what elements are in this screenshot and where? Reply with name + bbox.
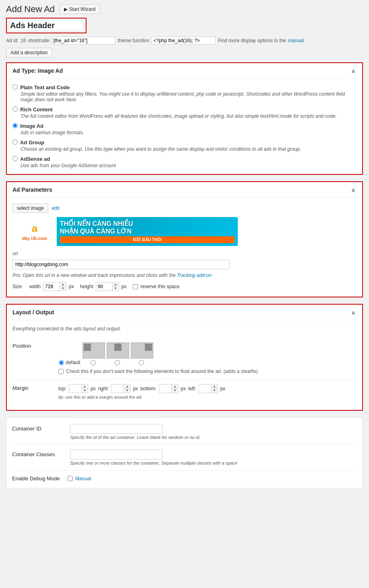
radio-image-ad-desc: Ads in various image formats. [21, 130, 357, 135]
ad-title-input[interactable] [10, 21, 82, 30]
edit-image-link[interactable]: edit [52, 205, 59, 211]
banner-logo-area: a đây rồi.com [12, 217, 57, 246]
reserve-space-checkbox[interactable] [133, 284, 138, 289]
shortcode-input[interactable] [51, 37, 115, 45]
container-classes-input[interactable] [70, 450, 163, 459]
theme-function-input[interactable] [151, 37, 216, 45]
start-wizard-button[interactable]: ▶ Start Wizard [60, 4, 100, 14]
margin-right-decrement[interactable]: ▼ [124, 389, 130, 393]
debug-mode-content: Manual [68, 476, 91, 481]
pro-note-text: Pro: Open this url in a new window and t… [12, 272, 176, 278]
margin-top-input[interactable] [69, 385, 81, 392]
container-id-input[interactable] [70, 424, 163, 434]
radio-image-ad: Image Ad Ads in various image formats. [12, 123, 357, 135]
banner-content: THỔI NẾN CÀNG NHIỀU NHẬN QUÀ CÀNG LỚN BẮ… [57, 218, 238, 245]
width-label: width [29, 284, 41, 289]
banner-logo: a đây rồi.com [22, 222, 47, 241]
margin-bottom-increment[interactable]: ▲ [171, 385, 178, 389]
width-increment-button[interactable]: ▲ [60, 283, 66, 287]
layout-description: Everything connected to the ads layout a… [12, 326, 357, 332]
margin-right-label: right: [98, 386, 109, 391]
margin-left-decrement[interactable]: ▼ [211, 389, 217, 393]
url-input-row [12, 260, 357, 269]
extra-settings-body: Container ID Specify the id of the ad co… [6, 418, 363, 488]
margin-top-decrement[interactable]: ▼ [81, 389, 88, 393]
size-row: Size width ▲ ▼ px height ▲ [12, 282, 357, 291]
pos-center-indicator [114, 344, 122, 351]
width-spinner: ▲ ▼ [43, 282, 66, 291]
width-decrement-button[interactable]: ▼ [60, 287, 66, 291]
margin-left-increment[interactable]: ▲ [211, 385, 217, 389]
pos-left-indicator [84, 344, 91, 351]
height-label: height [80, 284, 93, 289]
margin-row: Margin top: ▲ ▼ px right: [12, 379, 357, 404]
radio-rich-content: Rich Content The full content editor fro… [12, 107, 357, 119]
height-decrement-button[interactable]: ▼ [112, 287, 119, 291]
radio-rich-content-desc: The full content editor from WordPress w… [21, 113, 357, 119]
margin-right-input[interactable] [111, 385, 124, 392]
manual-link[interactable]: manual [288, 38, 304, 43]
debug-mode-checkbox[interactable] [68, 476, 73, 481]
height-spinner-buttons: ▲ ▼ [112, 283, 119, 291]
pos-center-thumb [107, 342, 129, 359]
radio-rich-content-input[interactable] [12, 107, 18, 112]
radio-ad-group-desc: Choose an existing ad group. Use this ty… [21, 146, 357, 152]
margin-top-px: px [91, 386, 96, 391]
ad-params-body: select image edit a đây rồi.com THỔI NẾN… [7, 198, 362, 297]
width-px-label: px [69, 284, 74, 289]
radio-adsense-input[interactable] [12, 156, 18, 161]
container-id-desc: Specify the id of the ad container. Leav… [70, 435, 357, 440]
radio-adsense: AdSense ad Use ads from your Google AdSe… [12, 156, 357, 168]
tracking-addon-link[interactable]: Tracking add-on [177, 272, 212, 278]
debug-manual-link[interactable]: Manual [75, 476, 91, 481]
margin-bottom-input[interactable] [159, 385, 171, 392]
pos-left-radio-row [91, 360, 97, 365]
select-image-button[interactable]: select image [12, 203, 48, 213]
margin-top-increment[interactable]: ▲ [81, 385, 88, 389]
url-input[interactable] [12, 260, 230, 269]
banner-line2: NHẬN QUÀ CÀNG LỚN [60, 227, 235, 235]
layout-collapse-arrow[interactable]: ▲ [350, 309, 357, 316]
ad-type-collapse-arrow[interactable]: ▲ [350, 67, 357, 74]
width-spinner-buttons: ▲ ▼ [60, 283, 66, 291]
height-input[interactable] [96, 283, 112, 290]
position-row: Position default [12, 337, 357, 379]
radio-image-ad-label: Image Ad [20, 123, 43, 129]
margin-right-spinner: ▲ ▼ [111, 384, 130, 393]
pos-default: default [58, 342, 81, 365]
ad-params-header: Ad Parameters ▲ [7, 182, 362, 198]
container-classes-desc: Specify one or more classes for the cont… [70, 461, 357, 465]
pos-center-radio[interactable] [115, 360, 120, 365]
ad-params-collapse-arrow[interactable]: ▲ [350, 186, 357, 193]
height-px-label: px [122, 284, 127, 289]
pos-default-radio-row: default [59, 360, 80, 365]
margin-bottom-label: bottom: [140, 386, 157, 391]
layout-body: Everything connected to the ads layout a… [7, 320, 362, 410]
height-increment-button[interactable]: ▲ [112, 283, 119, 287]
margin-right-px: px [133, 386, 138, 391]
radio-ad-group: Ad Group Choose an existing ad group. Us… [12, 139, 357, 152]
margin-right-increment[interactable]: ▲ [124, 385, 130, 389]
radio-ad-group-input[interactable] [12, 139, 18, 145]
pos-left [82, 342, 105, 365]
radio-plain-text-input[interactable] [12, 84, 18, 90]
margin-bottom-decrement[interactable]: ▼ [171, 389, 178, 393]
margin-right-spinner-buttons: ▲ ▼ [124, 385, 130, 393]
pos-default-radio[interactable] [59, 360, 64, 365]
width-input[interactable] [43, 283, 60, 290]
pos-center-radio-row [115, 360, 122, 365]
pos-left-radio[interactable] [91, 360, 96, 365]
margin-left-input[interactable] [199, 385, 211, 392]
ad-banner-preview: a đây rồi.com THỔI NẾN CÀNG NHIỀU NHẬN Q… [12, 217, 238, 246]
url-label: url [12, 251, 23, 256]
debug-mode-label: Enable Debug Mode [12, 475, 64, 481]
ad-type-header: Ad Type: Image Ad ▲ [7, 63, 362, 79]
clearfix-checkbox[interactable] [58, 369, 64, 374]
radio-adsense-desc: Use ads from your Google AdSense account [21, 163, 357, 168]
margin-tip: tip: use this to add a margin around the… [58, 395, 357, 400]
pos-default-placeholder [58, 342, 81, 358]
add-description-button[interactable]: Add a description [6, 48, 52, 57]
radio-image-ad-input[interactable] [12, 123, 18, 128]
pos-right-radio[interactable] [139, 360, 144, 365]
position-content: default [58, 342, 357, 374]
